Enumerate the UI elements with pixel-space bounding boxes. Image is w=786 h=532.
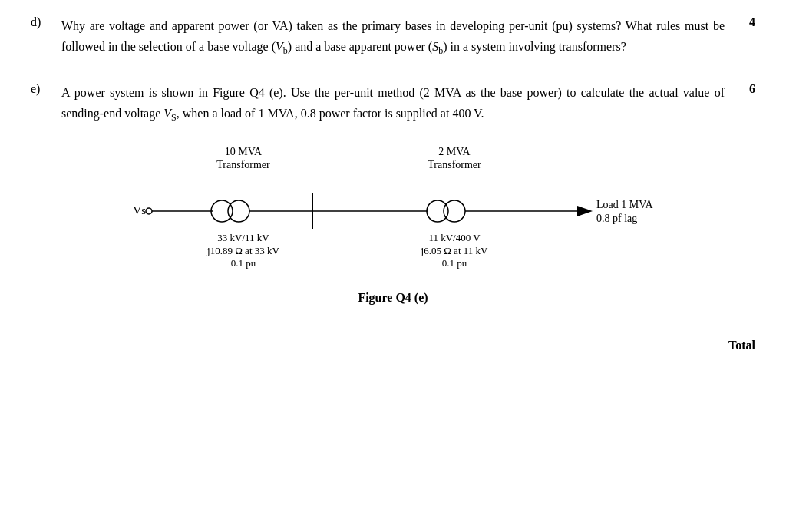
t1-sublabel: Transformer — [216, 159, 270, 170]
t2-rating: 11 kV/400 V — [428, 232, 481, 243]
t2-pu: 0.1 pu — [442, 257, 467, 269]
question-e: e) A power system is shown in Figure Q4 … — [31, 82, 755, 316]
question-e-label: e) — [31, 82, 61, 316]
question-e-text: A power system is shown in Figure Q4 (e)… — [61, 82, 725, 316]
source-label: Vs — [133, 204, 146, 216]
load-sublabel: 0.8 pf lag — [596, 213, 637, 224]
figure-caption: Figure Q4 (e) — [358, 287, 428, 308]
t2-circle1 — [427, 200, 448, 222]
circuit-diagram: 10 MVA Transformer 2 MVA Transformer Vs — [124, 141, 662, 279]
t1-label: 10 MVA — [225, 146, 263, 157]
load-label: Load 1 MVA — [596, 199, 654, 210]
question-d-text: Why are voltage and apparent power (or V… — [61, 15, 725, 59]
question-e-marks: 6 — [725, 82, 755, 316]
t1-circle2 — [228, 200, 249, 222]
t1-circle1 — [211, 200, 233, 222]
question-d-paragraph: Why are voltage and apparent power (or V… — [61, 15, 725, 59]
source-dot — [146, 208, 152, 214]
t2-label: 2 MVA — [438, 146, 471, 157]
question-e-paragraph: A power system is shown in Figure Q4 (e)… — [61, 82, 725, 126]
t2-impedance: j6.05 Ω at 11 kV — [421, 245, 488, 256]
total-label: Total — [728, 339, 755, 352]
t2-circle2 — [444, 200, 465, 222]
t1-pu: 0.1 pu — [231, 257, 256, 269]
question-d-label: d) — [31, 15, 61, 59]
total-row: Total — [31, 339, 755, 352]
load-arrow — [577, 206, 593, 216]
question-d: d) Why are voltage and apparent power (o… — [31, 15, 755, 59]
t1-rating: 33 kV/11 kV — [217, 232, 269, 243]
figure-container: 10 MVA Transformer 2 MVA Transformer Vs — [61, 141, 725, 308]
t1-impedance: j10.89 Ω at 33 kV — [206, 245, 279, 256]
question-d-marks: 4 — [725, 15, 755, 59]
t2-sublabel: Transformer — [428, 159, 481, 170]
